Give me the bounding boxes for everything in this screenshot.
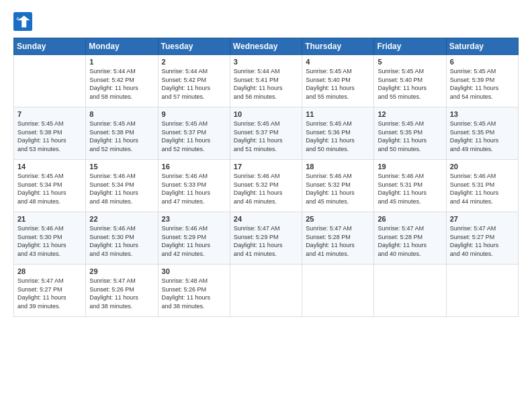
day-number: 16	[162, 163, 226, 171]
calendar-cell: 6 Sunrise: 5:45 AM Sunset: 5:39 PM Dayli…	[446, 55, 518, 107]
weekday-header-wednesday: Wednesday	[230, 38, 302, 55]
day-number: 21	[17, 215, 82, 223]
day-info: Sunrise: 5:47 AM Sunset: 5:28 PM Dayligh…	[378, 224, 442, 258]
day-info: Sunrise: 5:47 AM Sunset: 5:26 PM Dayligh…	[89, 277, 154, 310]
calendar-cell: 5 Sunrise: 5:45 AM Sunset: 5:40 PM Dayli…	[374, 55, 446, 107]
calendar-cell: 1 Sunrise: 5:44 AM Sunset: 5:42 PM Dayli…	[86, 55, 158, 107]
calendar-week-2: 7 Sunrise: 5:45 AM Sunset: 5:38 PM Dayli…	[14, 107, 519, 160]
calendar-cell: 18 Sunrise: 5:46 AM Sunset: 5:32 PM Dayl…	[302, 160, 374, 212]
day-info: Sunrise: 5:45 AM Sunset: 5:35 PM Dayligh…	[378, 120, 442, 153]
calendar-cell: 12 Sunrise: 5:45 AM Sunset: 5:35 PM Dayl…	[374, 107, 446, 160]
calendar-cell: 28 Sunrise: 5:47 AM Sunset: 5:27 PM Dayl…	[14, 265, 86, 317]
day-info: Sunrise: 5:47 AM Sunset: 5:27 PM Dayligh…	[450, 224, 515, 258]
day-number: 20	[450, 163, 515, 171]
day-number: 25	[306, 215, 370, 223]
day-info: Sunrise: 5:45 AM Sunset: 5:36 PM Dayligh…	[306, 120, 370, 153]
day-number: 24	[234, 215, 298, 223]
logo-icon: G	[13, 12, 32, 31]
calendar-week-3: 14 Sunrise: 5:45 AM Sunset: 5:34 PM Dayl…	[14, 160, 519, 212]
calendar-cell: 22 Sunrise: 5:46 AM Sunset: 5:30 PM Dayl…	[86, 212, 158, 265]
day-number: 15	[89, 163, 154, 171]
calendar-cell	[446, 265, 518, 317]
day-number: 11	[306, 110, 370, 118]
calendar-cell: 25 Sunrise: 5:47 AM Sunset: 5:28 PM Dayl…	[302, 212, 374, 265]
day-number: 5	[378, 58, 442, 66]
day-info: Sunrise: 5:46 AM Sunset: 5:30 PM Dayligh…	[17, 224, 82, 258]
calendar-cell: 15 Sunrise: 5:46 AM Sunset: 5:34 PM Dayl…	[86, 160, 158, 212]
calendar-cell	[230, 265, 302, 317]
day-info: Sunrise: 5:46 AM Sunset: 5:30 PM Dayligh…	[89, 224, 154, 258]
day-number: 4	[306, 58, 370, 66]
calendar-cell: 26 Sunrise: 5:47 AM Sunset: 5:28 PM Dayl…	[374, 212, 446, 265]
day-info: Sunrise: 5:45 AM Sunset: 5:37 PM Dayligh…	[234, 120, 298, 153]
calendar-cell: 23 Sunrise: 5:46 AM Sunset: 5:29 PM Dayl…	[158, 212, 230, 265]
day-info: Sunrise: 5:45 AM Sunset: 5:39 PM Dayligh…	[450, 67, 515, 101]
day-info: Sunrise: 5:44 AM Sunset: 5:42 PM Dayligh…	[162, 67, 226, 101]
day-info: Sunrise: 5:45 AM Sunset: 5:40 PM Dayligh…	[306, 67, 370, 101]
day-number: 9	[162, 110, 226, 118]
day-number: 19	[378, 163, 442, 171]
calendar-cell: 24 Sunrise: 5:47 AM Sunset: 5:29 PM Dayl…	[230, 212, 302, 265]
calendar-cell: 19 Sunrise: 5:46 AM Sunset: 5:31 PM Dayl…	[374, 160, 446, 212]
header: G	[13, 12, 519, 31]
weekday-header-thursday: Thursday	[302, 38, 374, 55]
weekday-header-monday: Monday	[86, 38, 158, 55]
day-info: Sunrise: 5:45 AM Sunset: 5:38 PM Dayligh…	[89, 120, 154, 153]
day-number: 23	[162, 215, 226, 223]
weekday-header-row: SundayMondayTuesdayWednesdayThursdayFrid…	[14, 38, 519, 55]
calendar-week-5: 28 Sunrise: 5:47 AM Sunset: 5:27 PM Dayl…	[14, 265, 519, 317]
day-number: 14	[17, 163, 82, 171]
weekday-header-friday: Friday	[374, 38, 446, 55]
day-number: 8	[89, 110, 154, 118]
day-number: 13	[450, 110, 515, 118]
day-number: 7	[17, 110, 82, 118]
logo: G	[13, 12, 35, 31]
page: G SundayMondayTuesdayWednesdayThursdayFr…	[0, 0, 532, 411]
calendar-week-4: 21 Sunrise: 5:46 AM Sunset: 5:30 PM Dayl…	[14, 212, 519, 265]
day-info: Sunrise: 5:45 AM Sunset: 5:37 PM Dayligh…	[162, 120, 226, 153]
day-number: 22	[89, 215, 154, 223]
day-info: Sunrise: 5:45 AM Sunset: 5:35 PM Dayligh…	[450, 120, 515, 153]
calendar-cell: 21 Sunrise: 5:46 AM Sunset: 5:30 PM Dayl…	[14, 212, 86, 265]
day-number: 29	[89, 267, 154, 275]
day-number: 30	[162, 267, 226, 275]
day-info: Sunrise: 5:46 AM Sunset: 5:31 PM Dayligh…	[378, 172, 442, 205]
day-number: 26	[378, 215, 442, 223]
day-info: Sunrise: 5:45 AM Sunset: 5:40 PM Dayligh…	[378, 67, 442, 101]
day-info: Sunrise: 5:44 AM Sunset: 5:42 PM Dayligh…	[89, 67, 154, 101]
calendar-cell: 13 Sunrise: 5:45 AM Sunset: 5:35 PM Dayl…	[446, 107, 518, 160]
calendar-cell	[14, 55, 86, 107]
day-info: Sunrise: 5:46 AM Sunset: 5:32 PM Dayligh…	[306, 172, 370, 205]
day-number: 17	[234, 163, 298, 171]
day-number: 3	[234, 58, 298, 66]
calendar-cell: 27 Sunrise: 5:47 AM Sunset: 5:27 PM Dayl…	[446, 212, 518, 265]
calendar-cell: 7 Sunrise: 5:45 AM Sunset: 5:38 PM Dayli…	[14, 107, 86, 160]
day-number: 10	[234, 110, 298, 118]
calendar-cell: 17 Sunrise: 5:46 AM Sunset: 5:32 PM Dayl…	[230, 160, 302, 212]
calendar-cell: 11 Sunrise: 5:45 AM Sunset: 5:36 PM Dayl…	[302, 107, 374, 160]
day-number: 6	[450, 58, 515, 66]
weekday-header-tuesday: Tuesday	[158, 38, 230, 55]
day-info: Sunrise: 5:46 AM Sunset: 5:31 PM Dayligh…	[450, 172, 515, 205]
calendar-cell: 20 Sunrise: 5:46 AM Sunset: 5:31 PM Dayl…	[446, 160, 518, 212]
day-info: Sunrise: 5:47 AM Sunset: 5:29 PM Dayligh…	[234, 224, 298, 258]
calendar-cell: 8 Sunrise: 5:45 AM Sunset: 5:38 PM Dayli…	[86, 107, 158, 160]
day-number: 27	[450, 215, 515, 223]
calendar-cell	[374, 265, 446, 317]
day-number: 2	[162, 58, 226, 66]
day-number: 12	[378, 110, 442, 118]
day-info: Sunrise: 5:47 AM Sunset: 5:27 PM Dayligh…	[17, 277, 82, 310]
calendar-cell: 2 Sunrise: 5:44 AM Sunset: 5:42 PM Dayli…	[158, 55, 230, 107]
day-number: 28	[17, 267, 82, 275]
day-info: Sunrise: 5:48 AM Sunset: 5:26 PM Dayligh…	[162, 277, 226, 310]
calendar-cell: 29 Sunrise: 5:47 AM Sunset: 5:26 PM Dayl…	[86, 265, 158, 317]
day-info: Sunrise: 5:46 AM Sunset: 5:34 PM Dayligh…	[89, 172, 154, 205]
day-number: 1	[89, 58, 154, 66]
day-info: Sunrise: 5:44 AM Sunset: 5:41 PM Dayligh…	[234, 67, 298, 101]
calendar-cell: 16 Sunrise: 5:46 AM Sunset: 5:33 PM Dayl…	[158, 160, 230, 212]
weekday-header-saturday: Saturday	[446, 38, 518, 55]
day-info: Sunrise: 5:45 AM Sunset: 5:38 PM Dayligh…	[17, 120, 82, 153]
day-info: Sunrise: 5:46 AM Sunset: 5:33 PM Dayligh…	[162, 172, 226, 205]
calendar-cell: 10 Sunrise: 5:45 AM Sunset: 5:37 PM Dayl…	[230, 107, 302, 160]
calendar-cell	[302, 265, 374, 317]
